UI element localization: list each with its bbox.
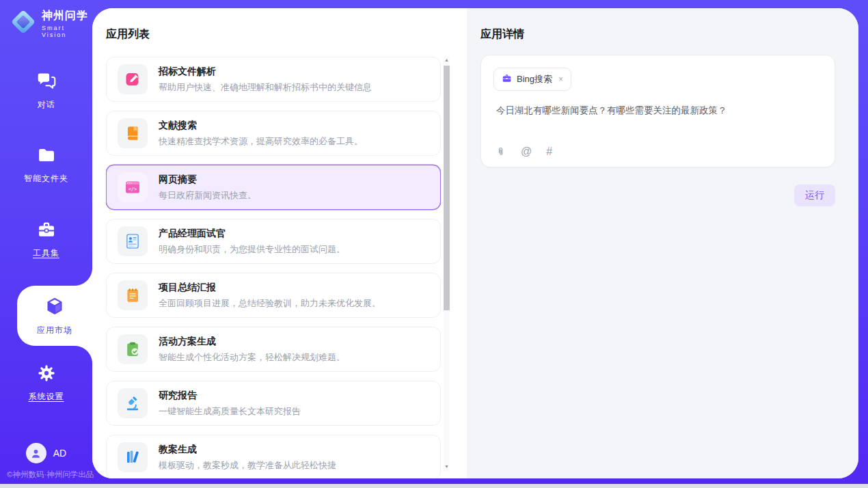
app-card[interactable]: 项目总结汇报全面回顾项目进展，总结经验教训，助力未来优化发展。: [106, 273, 441, 318]
app-cards: 招标文件解析帮助用户快速、准确地理解和解析招标书中的关键信息文献搜索快速精准查找…: [106, 57, 441, 478]
brand-name: 神州问学: [42, 9, 92, 23]
app-list-panel: 应用列表 招标文件解析帮助用户快速、准确地理解和解析招标书中的关键信息文献搜索快…: [92, 8, 467, 478]
run-button[interactable]: 运行: [794, 185, 835, 206]
app-card-desc: 明确身份和职责，为您提供专业性的面试问题。: [159, 243, 345, 256]
web-code-icon: </>: [118, 172, 148, 202]
sidebar-item-label: 对话: [38, 99, 55, 111]
folder-icon: [37, 146, 56, 167]
prompt-input[interactable]: 今日湖北有哪些新闻要点？有哪些需要关注的最新政策？: [496, 105, 821, 117]
app-list-title: 应用列表: [106, 27, 467, 42]
sidebar-item-label: 工具集: [33, 247, 59, 259]
gem-logo-icon: [10, 8, 37, 38]
notepad-icon: [118, 280, 148, 310]
app-card-desc: 每日政府新闻资讯快查。: [159, 189, 256, 202]
app-card-desc: 全面回顾项目进展，总结经验教训，助力未来优化发展。: [159, 297, 381, 310]
cube-icon: [44, 296, 65, 319]
chat-icon: [36, 70, 57, 94]
briefcase-icon: [502, 73, 512, 85]
resume-icon: [118, 226, 148, 256]
app-card[interactable]: 教案生成模板驱动，教案秒成，教学准备从此轻松快捷: [106, 435, 441, 478]
user-initials: AD: [53, 448, 66, 459]
app-card-name: 研究报告: [159, 390, 301, 402]
avatar: [26, 443, 46, 463]
sidebar-item-label: 系统设置: [29, 391, 64, 403]
hash-icon[interactable]: #: [546, 146, 552, 158]
app-card[interactable]: </>网页摘要每日政府新闻资讯快查。: [106, 165, 441, 210]
books-icon: [118, 442, 148, 472]
app-card-name: 活动方案生成: [159, 336, 345, 348]
remove-tool-icon[interactable]: ×: [558, 74, 563, 84]
app-card[interactable]: 文献搜索快速精准查找学术资源，提高研究效率的必备工具。: [106, 111, 441, 156]
sidebar: 神州问学 Smart Vision 对话智能文件夹工具集应用市场系统设置 AD …: [0, 0, 92, 488]
app-card-name: 文献搜索: [159, 120, 363, 132]
book-icon: [118, 118, 148, 148]
clipboard-check-icon: [118, 334, 148, 364]
app-card-desc: 模板驱动，教案秒成，教学准备从此轻松快捷: [159, 459, 336, 472]
app-card[interactable]: 研究报告一键智能生成高质量长文本研究报告: [106, 381, 441, 426]
run-row: 运行: [794, 185, 835, 206]
app-card-name: 招标文件解析: [159, 66, 372, 78]
app-card-name: 教案生成: [159, 444, 336, 456]
user-account[interactable]: AD: [0, 443, 92, 463]
microscope-icon: [118, 388, 148, 418]
bottom-edge: [0, 484, 868, 488]
app-card-name: 产品经理面试官: [159, 228, 345, 240]
gear-icon: [37, 364, 56, 385]
scroll-up-icon[interactable]: ▲: [444, 57, 450, 62]
sidebar-item-label: 应用市场: [37, 325, 72, 336]
app-card-desc: 一键智能生成高质量长文本研究报告: [159, 405, 301, 418]
app-card[interactable]: 产品经理面试官明确身份和职责，为您提供专业性的面试问题。: [106, 219, 441, 264]
app-card-desc: 快速精准查找学术资源，提高研究效率的必备工具。: [159, 135, 363, 148]
edit-doc-icon: [118, 64, 148, 94]
app-card-desc: 帮助用户快速、准确地理解和解析招标书中的关键信息: [159, 81, 372, 94]
copyright-footer: ©神州数码·神州问学出品: [7, 470, 92, 480]
scrollbar[interactable]: ▲ ▼: [444, 56, 450, 472]
toolbox-icon: [37, 220, 56, 242]
at-icon[interactable]: @: [521, 146, 532, 158]
scrollbar-thumb[interactable]: [444, 66, 450, 310]
app-detail-title: 应用详情: [480, 27, 858, 42]
sidebar-item-settings[interactable]: 系统设置: [0, 364, 92, 403]
app-detail-panel: 应用详情 Bing搜索 × 今日湖北有哪些新闻要点？有哪些需要关注的最新政策？ …: [467, 8, 858, 478]
content-area: 应用列表 招标文件解析帮助用户快速、准确地理解和解析招标书中的关键信息文献搜索快…: [92, 8, 858, 478]
app-card-name: 项目总结汇报: [159, 282, 381, 294]
paperclip-icon[interactable]: [495, 146, 506, 158]
brand-logo: 神州问学 Smart Vision: [10, 8, 92, 38]
app-card[interactable]: 招标文件解析帮助用户快速、准确地理解和解析招标书中的关键信息: [106, 57, 441, 102]
brand-subtitle: Smart Vision: [42, 25, 92, 38]
app-card-desc: 智能生成个性化活动方案，轻松解决规划难题。: [159, 351, 345, 364]
app-card[interactable]: 活动方案生成智能生成个性化活动方案，轻松解决规划难题。: [106, 327, 441, 372]
prompt-card: Bing搜索 × 今日湖北有哪些新闻要点？有哪些需要关注的最新政策？ @#: [480, 55, 835, 167]
app-card-name: 网页摘要: [159, 174, 256, 186]
sidebar-item-app-market[interactable]: 应用市场: [17, 286, 92, 346]
sidebar-item-smart-folders[interactable]: 智能文件夹: [0, 146, 92, 185]
attachment-toolbar: @#: [495, 146, 552, 158]
svg-text:</>: </>: [128, 186, 137, 192]
sidebar-item-label: 智能文件夹: [24, 173, 68, 185]
scroll-down-icon[interactable]: ▼: [444, 464, 450, 469]
sidebar-item-chat[interactable]: 对话: [0, 70, 92, 111]
app-root: 神州问学 Smart Vision 对话智能文件夹工具集应用市场系统设置 AD …: [0, 0, 868, 488]
sidebar-item-toolset[interactable]: 工具集: [0, 220, 92, 259]
tool-tag-label: Bing搜索: [517, 73, 552, 85]
tool-tag-bing-search[interactable]: Bing搜索 ×: [493, 68, 571, 91]
